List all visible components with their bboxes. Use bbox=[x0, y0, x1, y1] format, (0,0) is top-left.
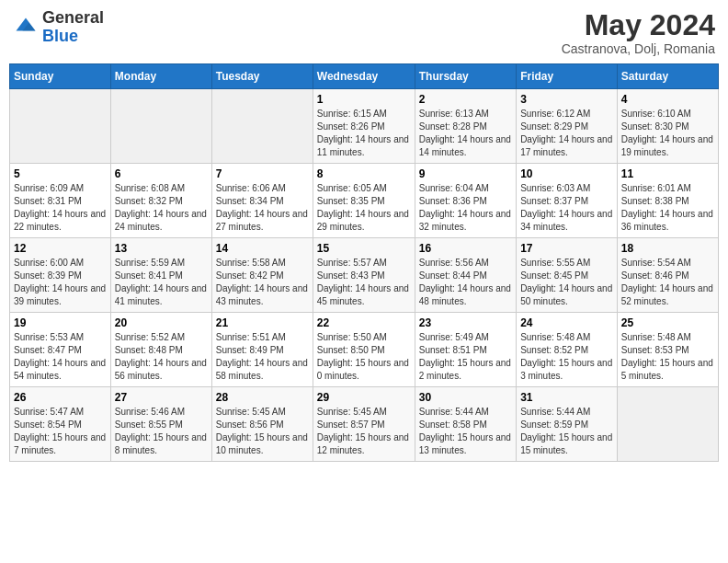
day-number: 26 bbox=[14, 391, 107, 404]
day-info: Sunrise: 5:54 AMSunset: 8:46 PMDaylight:… bbox=[621, 257, 714, 308]
day-info: Sunrise: 6:12 AMSunset: 8:29 PMDaylight:… bbox=[520, 108, 613, 159]
day-info: Sunrise: 5:47 AMSunset: 8:54 PMDaylight:… bbox=[14, 406, 107, 457]
day-number: 18 bbox=[621, 242, 714, 255]
day-number: 24 bbox=[520, 316, 613, 329]
calendar-cell: 8Sunrise: 6:05 AMSunset: 8:35 PMDaylight… bbox=[313, 164, 415, 238]
location-subtitle: Castranova, Dolj, Romania bbox=[562, 41, 715, 56]
day-info: Sunrise: 5:48 AMSunset: 8:53 PMDaylight:… bbox=[621, 331, 714, 383]
day-info: Sunrise: 5:49 AMSunset: 8:51 PMDaylight:… bbox=[419, 331, 512, 383]
day-info: Sunrise: 6:00 AMSunset: 8:39 PMDaylight:… bbox=[14, 257, 107, 308]
weekday-header-row: SundayMondayTuesdayWednesdayThursdayFrid… bbox=[10, 64, 719, 89]
day-info: Sunrise: 6:03 AMSunset: 8:37 PMDaylight:… bbox=[520, 182, 613, 234]
day-info: Sunrise: 6:09 AMSunset: 8:31 PMDaylight:… bbox=[14, 182, 107, 234]
day-info: Sunrise: 5:48 AMSunset: 8:52 PMDaylight:… bbox=[520, 331, 613, 383]
calendar-cell: 12Sunrise: 6:00 AMSunset: 8:39 PMDayligh… bbox=[10, 238, 111, 313]
calendar-week-row: 26Sunrise: 5:47 AMSunset: 8:54 PMDayligh… bbox=[10, 387, 719, 462]
day-number: 1 bbox=[317, 93, 411, 106]
calendar-cell: 3Sunrise: 6:12 AMSunset: 8:29 PMDaylight… bbox=[517, 89, 618, 164]
day-number: 16 bbox=[419, 242, 512, 255]
day-info: Sunrise: 5:45 AMSunset: 8:56 PMDaylight:… bbox=[216, 406, 309, 457]
day-number: 6 bbox=[115, 167, 208, 180]
logo: General Blue bbox=[13, 9, 104, 46]
day-number: 4 bbox=[621, 93, 714, 106]
logo-general: General bbox=[42, 8, 104, 27]
calendar-cell: 23Sunrise: 5:49 AMSunset: 8:51 PMDayligh… bbox=[415, 313, 516, 387]
weekday-header: Friday bbox=[517, 64, 618, 89]
calendar-cell: 20Sunrise: 5:52 AMSunset: 8:48 PMDayligh… bbox=[110, 313, 211, 387]
calendar-cell bbox=[211, 89, 313, 164]
day-info: Sunrise: 5:46 AMSunset: 8:55 PMDaylight:… bbox=[115, 406, 208, 457]
day-number: 31 bbox=[520, 391, 613, 404]
day-number: 3 bbox=[520, 93, 613, 106]
day-number: 20 bbox=[115, 316, 208, 329]
day-info: Sunrise: 6:08 AMSunset: 8:32 PMDaylight:… bbox=[115, 182, 208, 234]
calendar-cell: 4Sunrise: 6:10 AMSunset: 8:30 PMDaylight… bbox=[617, 89, 718, 164]
calendar-cell: 1Sunrise: 6:15 AMSunset: 8:26 PMDaylight… bbox=[313, 89, 415, 164]
calendar-cell: 31Sunrise: 5:44 AMSunset: 8:59 PMDayligh… bbox=[517, 387, 618, 462]
calendar-cell: 5Sunrise: 6:09 AMSunset: 8:31 PMDaylight… bbox=[10, 164, 111, 238]
title-block: May 2024 Castranova, Dolj, Romania bbox=[562, 9, 715, 56]
day-number: 8 bbox=[317, 167, 411, 180]
day-info: Sunrise: 6:15 AMSunset: 8:26 PMDaylight:… bbox=[317, 108, 411, 159]
day-number: 17 bbox=[520, 242, 613, 255]
day-number: 12 bbox=[14, 242, 107, 255]
day-number: 13 bbox=[115, 242, 208, 255]
day-info: Sunrise: 5:59 AMSunset: 8:41 PMDaylight:… bbox=[115, 257, 208, 308]
calendar-cell: 6Sunrise: 6:08 AMSunset: 8:32 PMDaylight… bbox=[110, 164, 211, 238]
calendar-week-row: 12Sunrise: 6:00 AMSunset: 8:39 PMDayligh… bbox=[10, 238, 719, 313]
month-title: May 2024 bbox=[562, 9, 715, 41]
day-number: 15 bbox=[317, 242, 411, 255]
calendar-cell: 10Sunrise: 6:03 AMSunset: 8:37 PMDayligh… bbox=[517, 164, 618, 238]
calendar-cell: 18Sunrise: 5:54 AMSunset: 8:46 PMDayligh… bbox=[617, 238, 718, 313]
day-number: 23 bbox=[419, 316, 512, 329]
calendar-cell: 9Sunrise: 6:04 AMSunset: 8:36 PMDaylight… bbox=[415, 164, 516, 238]
logo-blue: Blue bbox=[42, 27, 78, 45]
day-number: 2 bbox=[419, 93, 512, 106]
calendar-cell bbox=[617, 387, 718, 462]
day-number: 14 bbox=[216, 242, 309, 255]
day-info: Sunrise: 5:50 AMSunset: 8:50 PMDaylight:… bbox=[317, 331, 411, 383]
day-number: 29 bbox=[317, 391, 411, 404]
day-info: Sunrise: 5:58 AMSunset: 8:42 PMDaylight:… bbox=[216, 257, 309, 308]
day-info: Sunrise: 6:13 AMSunset: 8:28 PMDaylight:… bbox=[419, 108, 512, 159]
day-info: Sunrise: 6:05 AMSunset: 8:35 PMDaylight:… bbox=[317, 182, 411, 234]
day-info: Sunrise: 5:56 AMSunset: 8:44 PMDaylight:… bbox=[419, 257, 512, 308]
day-number: 25 bbox=[621, 316, 714, 329]
calendar-week-row: 1Sunrise: 6:15 AMSunset: 8:26 PMDaylight… bbox=[10, 89, 719, 164]
logo-icon bbox=[13, 15, 39, 40]
logo-text: General Blue bbox=[42, 9, 104, 46]
day-info: Sunrise: 5:44 AMSunset: 8:58 PMDaylight:… bbox=[419, 406, 512, 457]
calendar-cell: 25Sunrise: 5:48 AMSunset: 8:53 PMDayligh… bbox=[617, 313, 718, 387]
calendar-cell: 24Sunrise: 5:48 AMSunset: 8:52 PMDayligh… bbox=[517, 313, 618, 387]
day-info: Sunrise: 5:45 AMSunset: 8:57 PMDaylight:… bbox=[317, 406, 411, 457]
calendar-cell: 19Sunrise: 5:53 AMSunset: 8:47 PMDayligh… bbox=[10, 313, 111, 387]
calendar-cell: 28Sunrise: 5:45 AMSunset: 8:56 PMDayligh… bbox=[211, 387, 313, 462]
day-number: 30 bbox=[419, 391, 512, 404]
day-info: Sunrise: 6:06 AMSunset: 8:34 PMDaylight:… bbox=[216, 182, 309, 234]
calendar-cell: 22Sunrise: 5:50 AMSunset: 8:50 PMDayligh… bbox=[313, 313, 415, 387]
calendar-cell: 14Sunrise: 5:58 AMSunset: 8:42 PMDayligh… bbox=[211, 238, 313, 313]
weekday-header: Monday bbox=[110, 64, 211, 89]
day-number: 19 bbox=[14, 316, 107, 329]
day-number: 22 bbox=[317, 316, 411, 329]
calendar-cell: 27Sunrise: 5:46 AMSunset: 8:55 PMDayligh… bbox=[110, 387, 211, 462]
day-number: 11 bbox=[621, 167, 714, 180]
calendar-cell: 7Sunrise: 6:06 AMSunset: 8:34 PMDaylight… bbox=[211, 164, 313, 238]
day-info: Sunrise: 5:51 AMSunset: 8:49 PMDaylight:… bbox=[216, 331, 309, 383]
day-number: 7 bbox=[216, 167, 309, 180]
day-info: Sunrise: 5:55 AMSunset: 8:45 PMDaylight:… bbox=[520, 257, 613, 308]
calendar-cell: 29Sunrise: 5:45 AMSunset: 8:57 PMDayligh… bbox=[313, 387, 415, 462]
day-info: Sunrise: 5:44 AMSunset: 8:59 PMDaylight:… bbox=[520, 406, 613, 457]
calendar-cell: 17Sunrise: 5:55 AMSunset: 8:45 PMDayligh… bbox=[517, 238, 618, 313]
calendar-cell: 16Sunrise: 5:56 AMSunset: 8:44 PMDayligh… bbox=[415, 238, 516, 313]
day-number: 5 bbox=[14, 167, 107, 180]
calendar-cell: 21Sunrise: 5:51 AMSunset: 8:49 PMDayligh… bbox=[211, 313, 313, 387]
day-info: Sunrise: 5:53 AMSunset: 8:47 PMDaylight:… bbox=[14, 331, 107, 383]
calendar-cell bbox=[110, 89, 211, 164]
weekday-header: Thursday bbox=[415, 64, 516, 89]
calendar-cell bbox=[10, 89, 111, 164]
day-info: Sunrise: 6:04 AMSunset: 8:36 PMDaylight:… bbox=[419, 182, 512, 234]
weekday-header: Sunday bbox=[10, 64, 111, 89]
day-number: 9 bbox=[419, 167, 512, 180]
day-info: Sunrise: 5:52 AMSunset: 8:48 PMDaylight:… bbox=[115, 331, 208, 383]
